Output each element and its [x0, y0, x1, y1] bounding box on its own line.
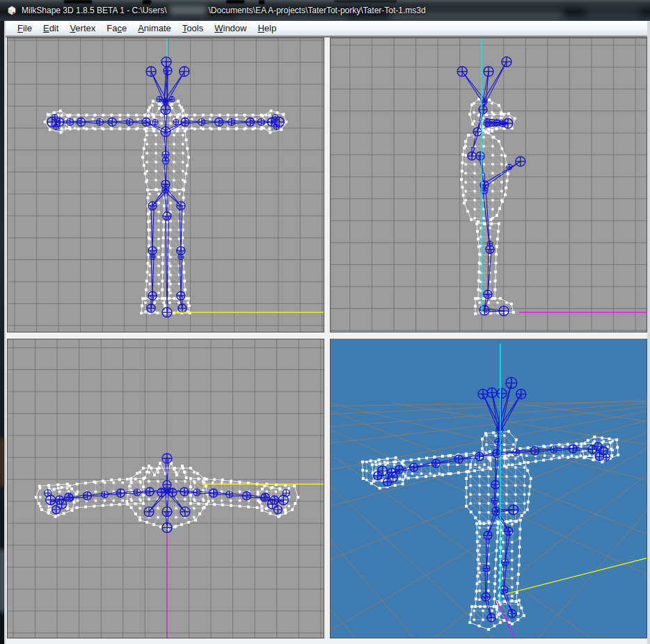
menu-help[interactable]: Help	[252, 22, 282, 35]
screen-artifact	[259, 0, 264, 4]
screen-artifact	[334, 0, 397, 3]
viewport-workspace	[6, 38, 647, 638]
window-frame-bottom	[6, 638, 647, 644]
app-icon	[6, 5, 17, 16]
redacted-username	[169, 6, 207, 15]
3d-perspective-view-canvas[interactable]	[331, 339, 647, 638]
side-viewport[interactable]	[330, 38, 647, 332]
screen-artifact	[64, 0, 92, 3]
screen-artifact	[143, 0, 151, 4]
front-viewport[interactable]	[7, 38, 324, 332]
window-frame-right	[647, 21, 650, 644]
titlebar[interactable]: MilkShape 3D 1.8.5 BETA 1 - C:\Users\\Do…	[0, 0, 650, 21]
menu-tools[interactable]: Tools	[177, 22, 209, 35]
window-frame-left	[0, 21, 6, 644]
title-text-prefix: MilkShape 3D 1.8.5 BETA 1 - C:\Users\	[22, 6, 167, 15]
top-viewport[interactable]	[7, 339, 324, 638]
horizontal-splitter[interactable]	[6, 332, 647, 339]
menubar: FileEditVertexFaceAnimateToolsWindowHelp	[6, 21, 647, 36]
side-view-canvas[interactable]	[331, 38, 647, 332]
front-view-canvas[interactable]	[8, 38, 324, 332]
milkshape-window: MilkShape 3D 1.8.5 BETA 1 - C:\Users\\Do…	[0, 0, 650, 644]
menu-edit[interactable]: Edit	[38, 22, 64, 35]
menu-face[interactable]: Face	[101, 22, 132, 35]
top-view-canvas[interactable]	[8, 339, 324, 638]
screen-artifact	[226, 0, 244, 3]
menu-window[interactable]: Window	[209, 22, 252, 35]
window-title: MilkShape 3D 1.8.5 BETA 1 - C:\Users\\Do…	[22, 6, 426, 15]
menu-file[interactable]: File	[12, 22, 38, 35]
frame-reflection	[0, 549, 4, 612]
menu-vertex[interactable]: Vertex	[64, 22, 101, 35]
title-text-suffix: \Documents\EA A-projects\TaterTot-porky\…	[209, 6, 426, 15]
frame-reflection	[0, 438, 4, 487]
menu-animate[interactable]: Animate	[132, 22, 177, 35]
perspective-viewport[interactable]	[330, 339, 647, 638]
glass-smudge	[585, 7, 640, 18]
